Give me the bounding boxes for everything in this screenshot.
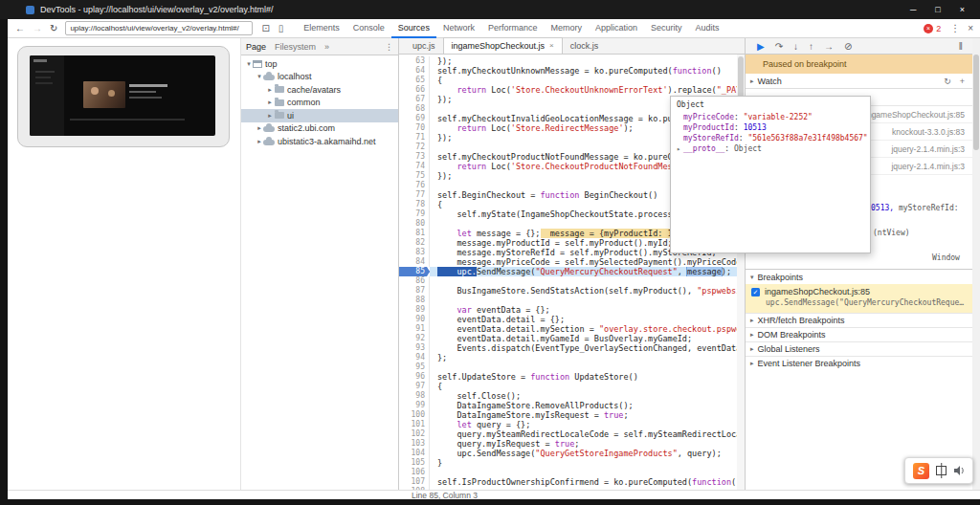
inspect-element-icon[interactable]: ⊡: [261, 23, 269, 33]
tree-item-top[interactable]: ▾top: [241, 57, 398, 71]
line-number[interactable]: 66: [399, 85, 430, 95]
tab-audits[interactable]: Audits: [689, 19, 726, 38]
line-number[interactable]: 65: [399, 76, 430, 85]
line-number[interactable]: 67: [399, 95, 430, 104]
tree-item-common[interactable]: ▸common: [241, 97, 398, 110]
line-number[interactable]: 75: [399, 171, 430, 181]
line-number[interactable]: 70: [399, 123, 430, 133]
step-out-icon[interactable]: ↑: [809, 41, 813, 52]
close-devtools-icon[interactable]: ×: [968, 23, 973, 33]
object-property[interactable]: ▸__proto__: Object: [677, 143, 864, 154]
line-number[interactable]: 80: [399, 219, 430, 229]
line-number[interactable]: 95: [399, 362, 430, 372]
line-number[interactable]: 77: [399, 190, 430, 200]
line-number[interactable]: 76: [399, 181, 430, 190]
tree-item-static2-ubi-com[interactable]: ▸static2.ubi.com: [241, 122, 398, 136]
line-number[interactable]: 101: [399, 420, 430, 429]
line-number[interactable]: 84: [399, 257, 430, 267]
breakpoints-section-header[interactable]: ▾ Breakpoints: [746, 269, 972, 284]
line-number[interactable]: 86: [399, 276, 430, 286]
section-dom-breakpoints[interactable]: ▸DOM Breakpoints: [746, 327, 972, 341]
watch-add-icon[interactable]: +: [960, 77, 965, 86]
tree-item-localhost[interactable]: ▾localhost: [241, 71, 398, 84]
close-button[interactable]: ×: [960, 5, 965, 14]
line-number[interactable]: 99: [399, 401, 430, 410]
watch-section-header[interactable]: ▸ Watch ↻ +: [746, 74, 972, 89]
line-number[interactable]: 72: [399, 143, 430, 152]
line-number[interactable]: 90: [399, 315, 430, 324]
close-tab-icon[interactable]: ×: [549, 38, 554, 54]
tree-item-cache-avatars[interactable]: ▸cache/avatars: [241, 83, 398, 97]
line-number[interactable]: 92: [399, 334, 430, 343]
line-number[interactable]: 103: [399, 439, 430, 449]
refresh-button[interactable]: ↻: [50, 23, 57, 33]
line-number[interactable]: 71: [399, 133, 430, 143]
line-number[interactable]: 82: [399, 238, 430, 248]
section-global-listeners[interactable]: ▸Global Listeners: [746, 341, 972, 356]
tab-filesystem[interactable]: Filesystem: [275, 42, 316, 52]
deactivate-breakpoints-icon[interactable]: ⊘: [844, 41, 852, 52]
line-number[interactable]: 98: [399, 391, 430, 401]
line-number[interactable]: 64: [399, 66, 430, 76]
line-number[interactable]: 94: [399, 353, 430, 362]
editor-tab-clock-js[interactable]: clock.js: [563, 38, 607, 54]
line-number[interactable]: 106: [399, 468, 430, 477]
scrollbar-thumb[interactable]: [973, 55, 979, 150]
step-icon[interactable]: →: [824, 41, 834, 52]
panel-scrollbar[interactable]: [972, 38, 980, 490]
device-toolbar-icon[interactable]: ▯: [278, 23, 284, 33]
breakpoint-checkbox[interactable]: ✓: [751, 288, 760, 296]
line-number[interactable]: 96: [399, 372, 430, 382]
ime-toolbar[interactable]: S: [904, 457, 973, 484]
line-number[interactable]: 105: [399, 458, 430, 468]
tab-performance[interactable]: Performance: [481, 19, 545, 38]
section-event-listener-breakpoints[interactable]: ▸Event Listener Breakpoints: [746, 356, 972, 370]
line-number[interactable]: 89: [399, 305, 430, 315]
screencast-screen[interactable]: [30, 55, 215, 136]
tab-elements[interactable]: Elements: [297, 19, 346, 38]
resume-icon[interactable]: ▶: [757, 41, 765, 52]
error-indicator[interactable]: × 2: [924, 24, 941, 33]
forward-button[interactable]: →: [33, 23, 42, 33]
editor-tab-ingameshopcheckout-js[interactable]: ingameShopCheckout.js×: [443, 37, 563, 54]
section-xhr-fetch-breakpoints[interactable]: ▸XHR/fetch Breakpoints: [746, 313, 972, 327]
minimize-button[interactable]: ─: [910, 5, 916, 14]
line-number[interactable]: 107: [399, 477, 430, 487]
pause-on-exceptions-icon[interactable]: ‖: [959, 41, 963, 52]
more-options-icon[interactable]: ⋮: [950, 23, 960, 33]
speaker-icon[interactable]: [953, 465, 965, 476]
editor-tab-upc-js[interactable]: upc.js: [405, 38, 443, 54]
tab-console[interactable]: Console: [346, 19, 391, 38]
breakpoint-entry[interactable]: ✓ ingameShopCheckout.js:85 upc.SendMessa…: [746, 284, 972, 313]
line-number[interactable]: 100: [399, 410, 430, 420]
breakpoint-marker[interactable]: 85: [399, 267, 430, 276]
step-over-icon[interactable]: ↷: [775, 41, 783, 52]
tab-overflow-icon[interactable]: »: [324, 42, 329, 52]
line-number[interactable]: 91: [399, 324, 430, 334]
line-number[interactable]: 81: [399, 229, 430, 238]
line-number[interactable]: 102: [399, 429, 430, 439]
line-number[interactable]: 78: [399, 200, 430, 209]
back-button[interactable]: ←: [15, 23, 25, 33]
line-number[interactable]: 83: [399, 248, 430, 257]
tab-network[interactable]: Network: [436, 19, 481, 38]
line-number[interactable]: 97: [399, 382, 430, 391]
tab-memory[interactable]: Memory: [544, 19, 589, 38]
tab-page[interactable]: Page: [246, 42, 266, 52]
watch-refresh-icon[interactable]: ↻: [944, 77, 951, 86]
step-into-icon[interactable]: ↓: [793, 41, 798, 52]
scrollbar-thumb[interactable]: [738, 56, 744, 100]
line-number[interactable]: 73: [399, 152, 430, 162]
tab-application[interactable]: Application: [589, 19, 644, 38]
tab-security[interactable]: Security: [644, 19, 689, 38]
chinese-lang-icon[interactable]: [936, 466, 947, 475]
line-number[interactable]: 93: [399, 343, 430, 353]
line-number[interactable]: 88: [399, 296, 430, 305]
tab-sources[interactable]: Sources: [391, 19, 436, 38]
line-number[interactable]: 69: [399, 114, 430, 123]
line-number[interactable]: 63: [399, 56, 430, 66]
line-number[interactable]: 104: [399, 449, 430, 458]
tree-item-ui[interactable]: ▸ui: [241, 109, 398, 122]
maximize-button[interactable]: □: [935, 5, 940, 14]
line-number[interactable]: 74: [399, 162, 430, 171]
